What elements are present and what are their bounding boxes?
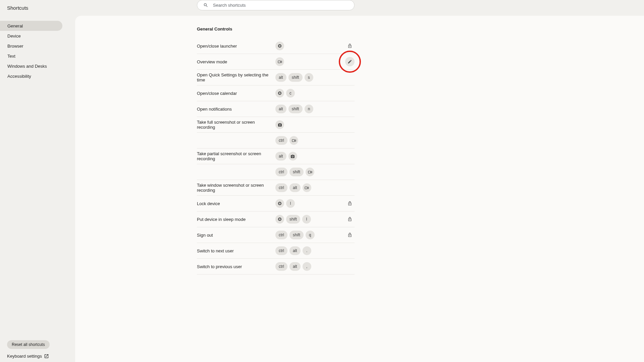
key-alt: alt xyxy=(289,183,301,192)
key-s: s xyxy=(305,73,313,82)
shortcut-keys: ctrlalt. xyxy=(275,246,311,255)
shortcut-label: Open notifications xyxy=(197,107,275,112)
locked-shortcut-icon xyxy=(345,199,355,208)
sidebar-item-browser[interactable]: Browser xyxy=(0,41,62,51)
sidebar-item-text[interactable]: Text xyxy=(0,51,62,61)
shortcut-row: Take partial screenshot or screen record… xyxy=(197,148,355,164)
key-q: q xyxy=(306,231,315,239)
search-input[interactable] xyxy=(213,3,348,8)
shortcut-row: Open/close launcher xyxy=(197,38,355,54)
key-n: n xyxy=(305,105,314,113)
locked-shortcut-icon xyxy=(345,230,355,240)
locked-shortcut-icon xyxy=(345,41,355,51)
shortcut-row: Switch to next userctrlalt. xyxy=(197,243,355,259)
shortcut-row: Take full screenshot or screen recording xyxy=(197,117,355,133)
key-shift: shift xyxy=(288,73,303,82)
overview-key-icon xyxy=(289,136,298,145)
shortcut-label: Take partial screenshot or screen record… xyxy=(197,151,275,161)
shortcut-label: Lock device xyxy=(197,201,275,206)
sidebar-item-device[interactable]: Device xyxy=(0,31,62,41)
shortcut-keys: ctrlshift xyxy=(275,168,314,176)
sidebar-item-general[interactable]: General xyxy=(0,21,62,31)
shortcut-row: Open/close calendarc xyxy=(197,85,355,101)
shortcut-row: Open notificationsaltshiftn xyxy=(197,101,355,117)
key-shift: shift xyxy=(288,105,303,113)
launcher-key-icon xyxy=(275,215,284,224)
shortcut-row: Take partial screenshot or screen record… xyxy=(197,164,355,180)
screenshot-key-icon xyxy=(288,152,297,161)
section-title: General Controls xyxy=(197,26,355,32)
external-link-icon xyxy=(44,354,49,359)
shortcut-keys: shiftl xyxy=(275,215,311,224)
shortcut-keys: ctrlalt, xyxy=(275,262,311,271)
key-shift: shift xyxy=(286,215,300,224)
shortcut-keys: altshifts xyxy=(275,73,313,82)
key-alt: alt xyxy=(275,152,286,161)
key-,: , xyxy=(303,262,311,271)
svg-rect-9 xyxy=(305,187,307,189)
shortcut-row: Open Quick Settings by selecting the tim… xyxy=(197,70,355,85)
search-box[interactable] xyxy=(197,0,355,10)
shortcut-row: Put device in sleep modeshiftl xyxy=(197,212,355,227)
key-ctrl: ctrl xyxy=(275,136,287,145)
svg-rect-4 xyxy=(295,139,295,142)
shortcut-label: Open/close launcher xyxy=(197,44,275,49)
svg-rect-6 xyxy=(308,171,311,173)
launcher-key-icon xyxy=(275,199,284,208)
svg-rect-0 xyxy=(278,61,280,63)
svg-rect-2 xyxy=(281,61,282,63)
sidebar-item-accessibility[interactable]: Accessibility xyxy=(0,71,62,81)
key-alt: alt xyxy=(289,262,301,271)
shortcut-row: Take window screenshot or screen recordi… xyxy=(197,180,355,196)
shortcut-label: Sign out xyxy=(197,233,275,238)
svg-rect-8 xyxy=(312,171,312,173)
svg-rect-1 xyxy=(281,61,281,63)
shortcut-row: Lock devicel xyxy=(197,196,355,212)
shortcut-row: Take full screenshot or screen recording… xyxy=(197,133,355,148)
shortcut-label: Open Quick Settings by selecting the tim… xyxy=(197,72,275,82)
shortcut-label: Open/close calendar xyxy=(197,91,275,96)
launcher-key-icon xyxy=(275,42,284,50)
svg-rect-10 xyxy=(308,187,308,189)
svg-rect-3 xyxy=(292,139,294,142)
edit-shortcut-button[interactable] xyxy=(345,57,355,66)
key-alt: alt xyxy=(289,246,301,255)
svg-rect-11 xyxy=(309,187,309,189)
page-title: Shortcuts xyxy=(7,5,28,11)
shortcut-label: Overview mode xyxy=(197,59,275,64)
key-alt: alt xyxy=(275,73,286,82)
shortcut-keys: ctrlalt xyxy=(275,183,311,192)
shortcut-label: Take window screenshot or screen recordi… xyxy=(197,183,275,193)
overview-key-icon xyxy=(275,57,284,66)
overview-key-icon xyxy=(306,168,314,176)
key-ctrl: ctrl xyxy=(275,183,287,192)
key-ctrl: ctrl xyxy=(275,168,287,176)
shortcut-keys: l xyxy=(275,199,295,208)
keyboard-settings-label: Keyboard settings xyxy=(7,354,42,359)
shortcut-keys: altshiftn xyxy=(275,105,313,113)
svg-rect-7 xyxy=(311,171,311,173)
launcher-key-icon xyxy=(275,89,284,98)
shortcut-label: Switch to next user xyxy=(197,248,275,253)
key-l: l xyxy=(286,199,295,208)
key-ctrl: ctrl xyxy=(275,262,287,271)
reset-all-shortcuts-button[interactable]: Reset all shortcuts xyxy=(7,340,50,349)
shortcut-keys xyxy=(275,57,284,66)
shortcut-label: Switch to previous user xyxy=(197,264,275,269)
key-l: l xyxy=(302,215,311,224)
svg-rect-5 xyxy=(296,139,296,142)
shortcut-keys: c xyxy=(275,89,295,98)
key-alt: alt xyxy=(275,105,286,113)
shortcut-keys xyxy=(275,42,284,50)
search-icon xyxy=(203,3,208,8)
sidebar-item-windows-and-desks[interactable]: Windows and Desks xyxy=(0,61,62,71)
screenshot-key-icon xyxy=(275,120,284,129)
key-shift: shift xyxy=(289,168,304,176)
shortcut-row: Overview mode xyxy=(197,54,355,70)
shortcut-label: Put device in sleep mode xyxy=(197,217,275,222)
key-ctrl: ctrl xyxy=(275,246,287,255)
keyboard-settings-link[interactable]: Keyboard settings xyxy=(7,354,75,359)
key-.: . xyxy=(303,246,311,255)
locked-shortcut-icon xyxy=(345,215,355,224)
shortcut-row: Switch to previous userctrlalt, xyxy=(197,259,355,275)
